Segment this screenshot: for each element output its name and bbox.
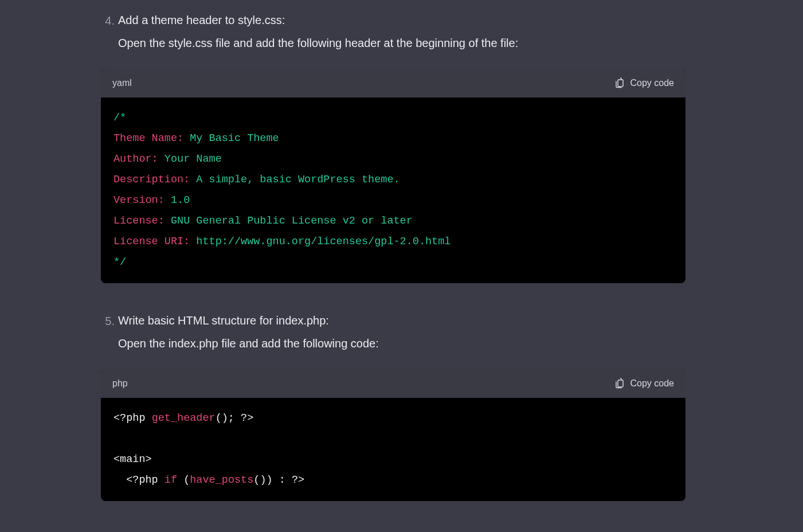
clipboard-icon <box>614 77 625 89</box>
copy-code-label: Copy code <box>630 76 675 91</box>
code-token: 1.0 <box>171 194 190 206</box>
code-token: <?php <box>113 412 152 424</box>
step-title: Add a theme header to style.css: <box>118 11 686 29</box>
code-token: get_header <box>152 412 216 424</box>
code-header: php Copy code <box>101 369 686 398</box>
code-token: Your Name <box>158 153 222 165</box>
code-token: */ <box>113 256 126 268</box>
code-token <box>164 194 171 206</box>
clipboard-icon <box>614 378 625 389</box>
code-language-label: php <box>112 376 128 391</box>
code-block-php: php Copy code <?php get_header(); ?> <ma… <box>101 369 686 501</box>
code-token: /* <box>113 112 126 124</box>
article-content: 4. Add a theme header to style.css: Open… <box>101 11 686 501</box>
step-4: 4. Add a theme header to style.css: Open… <box>101 11 686 52</box>
code-token: http://www.gnu.org/licenses/gpl-2.0.html <box>190 236 451 248</box>
code-token: <?php <box>113 474 164 486</box>
copy-code-label: Copy code <box>630 376 675 391</box>
code-token: Author: <box>113 153 158 165</box>
code-token: ( <box>177 474 190 486</box>
step-number: 5. <box>101 312 115 352</box>
step-number: 4. <box>101 11 115 52</box>
step-body: Add a theme header to style.css: Open th… <box>118 11 686 52</box>
step-body: Write basic HTML structure for index.php… <box>118 312 686 352</box>
step-description: Open the style.css file and add the foll… <box>118 34 686 52</box>
code-token: ()) : ?> <box>253 474 304 486</box>
code-header: yaml Copy code <box>101 69 686 97</box>
code-token: License: <box>113 215 164 227</box>
copy-code-button[interactable]: Copy code <box>614 376 675 391</box>
svg-rect-1 <box>618 380 623 387</box>
code-language-label: yaml <box>112 76 132 91</box>
code-token: <main> <box>113 453 152 466</box>
code-content[interactable]: <?php get_header(); ?> <main> <?php if (… <box>101 398 686 501</box>
code-token: My Basic Theme <box>183 132 279 144</box>
step-5: 5. Write basic HTML structure for index.… <box>101 312 686 352</box>
code-token: if <box>164 474 177 486</box>
code-content[interactable]: /* Theme Name: My Basic Theme Author: Yo… <box>101 97 686 284</box>
code-token: License URI: <box>113 236 190 248</box>
code-token: A simple, basic WordPress theme. <box>190 174 399 186</box>
code-token: Theme Name: <box>113 132 183 144</box>
copy-code-button[interactable]: Copy code <box>614 76 675 91</box>
code-block-yaml: yaml Copy code /* Theme Name: My Basic T… <box>101 69 686 283</box>
step-title: Write basic HTML structure for index.php… <box>118 312 686 329</box>
code-token: GNU General Public License v2 or later <box>164 215 413 227</box>
code-token: Description: <box>113 174 190 186</box>
code-token: Version: <box>113 194 164 206</box>
svg-rect-0 <box>618 80 623 87</box>
code-token: (); ?> <box>216 412 254 424</box>
code-token: have_posts <box>190 474 253 486</box>
step-description: Open the index.php file and add the foll… <box>118 335 686 352</box>
